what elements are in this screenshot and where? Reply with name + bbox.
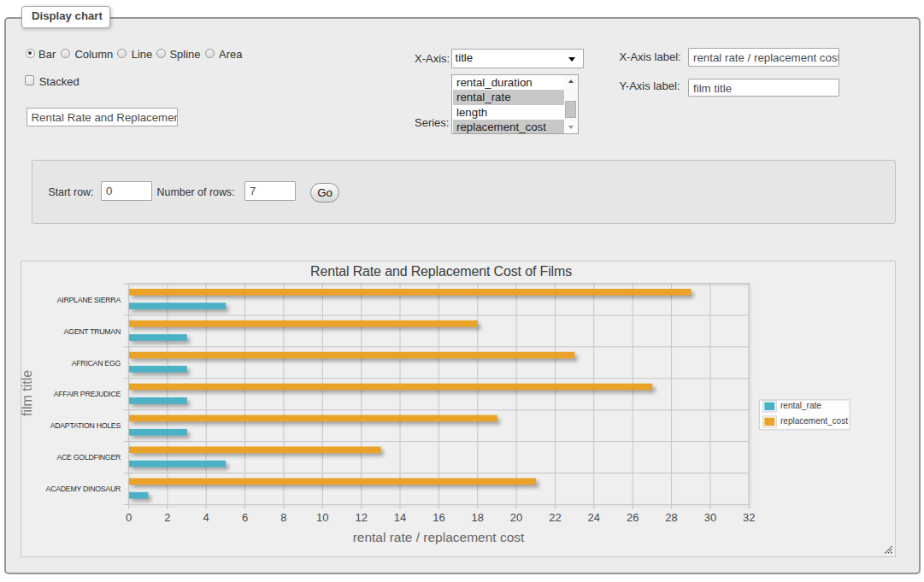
svg-text:4: 4	[203, 510, 209, 523]
svg-text:rental_rate: rental_rate	[780, 401, 821, 410]
svg-text:16: 16	[433, 510, 444, 523]
svg-text:14: 14	[394, 510, 406, 523]
svg-text:AFRICAN EGG: AFRICAN EGG	[72, 358, 121, 367]
svg-text:8: 8	[280, 510, 286, 523]
svg-text:24: 24	[588, 510, 600, 523]
svg-text:10: 10	[316, 510, 328, 523]
svg-text:20: 20	[510, 510, 522, 523]
svg-text:rental rate / replacement cost: rental rate / replacement cost	[353, 529, 525, 544]
svg-text:AGENT TRUMAN: AGENT TRUMAN	[64, 326, 121, 335]
svg-text:12: 12	[355, 510, 367, 523]
svg-text:28: 28	[665, 510, 677, 523]
svg-text:0: 0	[126, 510, 132, 523]
svg-text:30: 30	[704, 510, 716, 523]
svg-text:32: 32	[743, 510, 755, 523]
svg-text:6: 6	[242, 510, 248, 523]
svg-text:AFFAIR PREJUDICE: AFFAIR PREJUDICE	[54, 390, 121, 398]
svg-text:2: 2	[164, 510, 170, 523]
svg-text:AIRPLANE SIERRA: AIRPLANE SIERRA	[57, 295, 121, 303]
svg-text:film title: film title	[21, 369, 34, 415]
svg-text:ADAPTATION HOLES: ADAPTATION HOLES	[50, 421, 121, 430]
svg-text:26: 26	[627, 510, 639, 523]
svg-text:18: 18	[472, 510, 484, 523]
svg-text:replacement_cost: replacement_cost	[780, 415, 848, 425]
svg-text:22: 22	[549, 510, 561, 523]
svg-text:Rental Rate and Replacement Co: Rental Rate and Replacement Cost of Film…	[310, 263, 572, 278]
svg-text:ACE GOLDFINGER: ACE GOLDFINGER	[57, 453, 121, 461]
svg-text:ACADEMY DINOSAUR: ACADEMY DINOSAUR	[46, 485, 121, 493]
